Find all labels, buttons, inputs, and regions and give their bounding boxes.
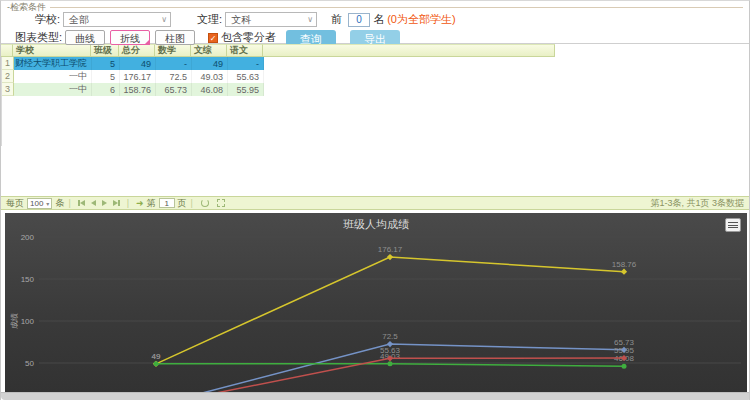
y-axis-tick-label: 200: [21, 233, 35, 242]
table-cell: 49.03: [192, 70, 228, 83]
data-point: [387, 254, 393, 260]
table-cell: 5: [92, 70, 120, 83]
top-n-hint: (0为全部学生): [387, 12, 455, 27]
chevron-down-icon: ▾: [46, 200, 49, 207]
pager-separator: |: [191, 198, 193, 208]
per-page-select[interactable]: 100 ▾: [27, 198, 52, 209]
legend-divider-line: [50, 7, 743, 8]
refresh-icon[interactable]: [201, 199, 209, 207]
row-number: 1: [2, 57, 14, 70]
table-row[interactable]: 1财经大学职工学院549-49-: [2, 57, 749, 70]
school-select-value: 全部: [69, 13, 89, 27]
top-n-label: 前: [331, 12, 342, 27]
expand-icon[interactable]: [217, 199, 225, 207]
chart-type-label: 图表类型:: [15, 30, 62, 45]
results-grid: 学校班级总分数学文综语文 1财经大学职工学院549-49-2一中5176.177…: [1, 43, 749, 210]
table-cell: 一中: [14, 83, 92, 96]
chart-type-line-button[interactable]: 折线: [110, 30, 150, 45]
last-page-icon[interactable]: [113, 200, 120, 206]
horizontal-scrollbar[interactable]: [1, 392, 750, 400]
next-page-icon[interactable]: [102, 200, 107, 206]
data-label: 55.63: [380, 346, 401, 355]
table-cell: 财经大学职工学院: [14, 57, 92, 70]
table-cell: 158.76: [120, 83, 156, 96]
column-header[interactable]: 班级: [91, 44, 119, 57]
pager-separator: |: [127, 198, 129, 208]
pager-bar: 每页 100 ▾ 条 | | ➜ 第 页 | 第1-3条, 共1页 3条数据: [1, 196, 749, 210]
per-page-label: 每页: [6, 197, 24, 210]
data-label: 158.76: [612, 260, 637, 269]
track-label: 文理:: [197, 12, 222, 27]
data-point: [154, 361, 159, 366]
data-label: 176.17: [378, 245, 403, 254]
table-cell: 6: [92, 83, 120, 96]
chevron-down-icon: ∨: [161, 15, 167, 24]
header-rownum[interactable]: [1, 44, 13, 57]
row-number: 3: [2, 83, 14, 96]
line-plot: 050100150200成绩56249176.17158.76072.565.7…: [5, 213, 747, 400]
row-number: 2: [2, 70, 14, 83]
table-cell: 49: [120, 57, 156, 70]
school-label: 学校:: [35, 12, 60, 27]
grid-empty-area: [1, 146, 749, 196]
include-zero-label: 包含零分者: [221, 30, 276, 45]
per-page-value: 100: [30, 199, 43, 208]
prev-page-icon[interactable]: [91, 200, 96, 206]
table-cell: 55.63: [228, 70, 264, 83]
first-page-icon[interactable]: [78, 200, 85, 206]
table-cell: 176.17: [120, 70, 156, 83]
search-panel: -检索条件 学校: 全部 ∨ 文理: 文科 ∨ 前 名 (0为全部学生) 图表类…: [1, 1, 749, 43]
data-label: 55.95: [614, 346, 635, 355]
page-suffix-label: 页: [178, 197, 187, 210]
page-number-input[interactable]: [159, 198, 175, 208]
column-header[interactable]: 语文: [227, 44, 263, 57]
table-cell: 5: [92, 57, 120, 70]
goto-page-icon: ➜: [136, 198, 144, 208]
include-zero-checkbox[interactable]: ✓: [208, 33, 218, 43]
data-point: [388, 361, 393, 366]
grid-header-row: 学校班级总分数学文综语文: [1, 44, 749, 57]
y-axis-tick-label: 50: [25, 359, 34, 368]
grid-body: 1财经大学职工学院549-49-2一中5176.1772.549.0355.63…: [1, 57, 749, 146]
top-n-input[interactable]: [348, 13, 370, 27]
header-filler: [263, 44, 555, 57]
data-point: [621, 269, 627, 275]
y-axis-title: 成绩: [10, 313, 19, 329]
data-label: 72.5: [382, 332, 398, 341]
table-cell: -: [228, 57, 264, 70]
search-panel-legend: -检索条件: [7, 3, 743, 11]
pager-record-info: 第1-3条, 共1页 3条数据: [650, 197, 744, 210]
chart-type-curve-button[interactable]: 曲线: [65, 30, 105, 45]
table-row[interactable]: 2一中5176.1772.549.0355.63: [2, 70, 749, 83]
top-n-unit: 名: [373, 12, 384, 27]
table-cell: 一中: [14, 70, 92, 83]
table-cell: 65.73: [156, 83, 192, 96]
table-cell: 46.08: [192, 83, 228, 96]
per-page-unit: 条: [55, 197, 64, 210]
table-cell: 49: [192, 57, 228, 70]
class-average-chart: 班级人均成绩 050100150200成绩56249176.17158.7607…: [5, 213, 747, 400]
track-select-value: 文科: [231, 13, 251, 27]
chevron-down-icon: ∨: [307, 15, 313, 24]
pager-separator: |: [68, 198, 70, 208]
page-prefix-label: 第: [147, 197, 156, 210]
school-select[interactable]: 全部 ∨: [63, 12, 171, 27]
column-header[interactable]: 文综: [191, 44, 227, 57]
table-cell: 72.5: [156, 70, 192, 83]
table-row[interactable]: 3一中6158.7665.7346.0855.95: [2, 83, 749, 96]
data-point: [622, 364, 627, 369]
table-cell: 55.95: [228, 83, 264, 96]
track-select[interactable]: 文科 ∨: [225, 12, 317, 27]
score-query-page: -检索条件 学校: 全部 ∨ 文理: 文科 ∨ 前 名 (0为全部学生) 图表类…: [0, 0, 750, 400]
table-cell: -: [156, 57, 192, 70]
y-axis-tick-label: 100: [21, 317, 35, 326]
data-label: 49: [152, 352, 161, 361]
y-axis-tick-label: 150: [21, 275, 35, 284]
chart-type-bar-button[interactable]: 柱图: [155, 30, 195, 45]
